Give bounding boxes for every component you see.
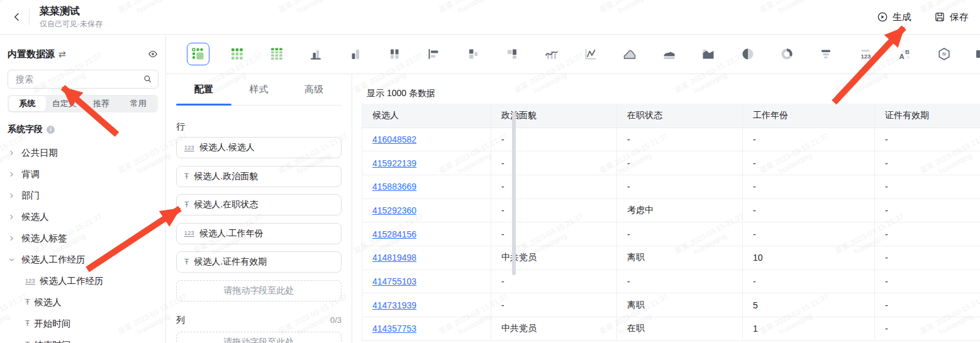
table-cell: - — [491, 293, 617, 317]
tree-item-4[interactable]: 候选人标签 — [8, 227, 158, 249]
charttype-step-line-chart[interactable] — [579, 43, 602, 65]
charttype-pivot-table[interactable] — [187, 43, 209, 65]
generate-button[interactable]: 生成 — [877, 11, 911, 23]
tree-child-5-3[interactable]: Ŧ结束时间 — [8, 334, 158, 343]
table-cell: 414819498 — [362, 246, 491, 270]
grouped-column-chart-icon — [348, 47, 362, 61]
col-dropzone[interactable]: 请拖动字段至此处 — [176, 332, 342, 343]
charttype-funnel-chart[interactable] — [815, 43, 837, 65]
tree-child-5-0[interactable]: 123候选人工作经历 — [8, 270, 158, 291]
tree-item-label: 候选人 — [21, 211, 49, 223]
charttype-metric-card[interactable]: 123 — [854, 43, 877, 65]
table-cell: 10 — [743, 246, 875, 270]
charttype-donut-chart[interactable] — [776, 43, 798, 65]
save-button[interactable]: 保存 — [934, 11, 969, 23]
eye-icon[interactable] — [148, 49, 158, 59]
charttype-line-chart[interactable] — [540, 43, 563, 65]
candidate-id-link[interactable]: 415292360 — [372, 205, 416, 215]
col-count: 0/3 — [330, 315, 342, 325]
config-tab-2[interactable]: 高级 — [286, 74, 342, 105]
tree-item-label: 候选人标签 — [21, 232, 67, 244]
tree-item-1[interactable]: 背调 — [8, 163, 158, 185]
tree-item-0[interactable]: 公共日期 — [8, 142, 158, 163]
datasource-tab-3[interactable]: 常用 — [120, 96, 157, 111]
chip-候选人.候选人[interactable]: 123候选人.候选人 — [176, 137, 342, 158]
back-button[interactable] — [8, 8, 26, 26]
tree-item-5[interactable]: 候选人工作经历 — [8, 249, 158, 270]
charttype-word-cloud[interactable]: CABD — [893, 43, 916, 65]
more-chart-partial-icon — [976, 47, 980, 61]
column-header-政治面貌: 政治面貌 — [491, 104, 617, 128]
tree-child-label: 开始时间 — [34, 318, 70, 330]
config-tab-label: 高级 — [304, 84, 323, 95]
table-cell: 在职 — [617, 317, 743, 341]
charttype-more-chart-partial[interactable] — [972, 43, 980, 65]
candidate-id-link[interactable]: 414731939 — [372, 300, 416, 310]
config-tab-0[interactable]: 配置 — [176, 74, 231, 105]
charttype-detail-table[interactable] — [265, 43, 288, 65]
charttype-column-chart[interactable] — [304, 43, 327, 65]
candidate-id-link[interactable]: 414755103 — [372, 276, 416, 286]
table-cell: - — [491, 270, 617, 293]
table-cell: 中共党员 — [491, 246, 617, 270]
config-tab-1[interactable]: 样式 — [231, 74, 287, 105]
candidate-id-link[interactable]: 414819498 — [372, 253, 416, 263]
candidate-id-link[interactable]: 415883669 — [372, 182, 416, 192]
candidate-id-link[interactable]: 415284156 — [372, 229, 416, 239]
chip-label: 候选人.候选人 — [199, 142, 255, 153]
chip-候选人.政治面貌[interactable]: Ŧ候选人.政治面貌 — [176, 166, 342, 187]
row-dropzone[interactable]: 请拖动字段至此处 — [176, 280, 342, 302]
charttype-summary-table[interactable] — [226, 43, 248, 65]
table-cell: 离职 — [617, 293, 743, 317]
tree-item-2[interactable]: 部门 — [8, 185, 158, 206]
datasource-tab-0[interactable]: 系统 — [9, 96, 46, 111]
chip-label: 候选人.在职状态 — [194, 199, 258, 210]
datasource-sidebar: 内置数据源 ⇄ 系统自定义推荐常用 系统字段 i 公共日期背调部门候选人候选人标… — [0, 35, 166, 343]
candidate-id-link[interactable]: 416048582 — [372, 134, 416, 144]
table-cell: - — [491, 151, 617, 175]
charttype-grouped-column-chart[interactable] — [344, 43, 367, 65]
swap-datasource-icon[interactable]: ⇄ — [58, 49, 66, 59]
config-tab-label: 配置 — [194, 84, 213, 95]
charttype-stacked-area-chart[interactable] — [658, 43, 681, 65]
table-row: 414819498中共党员离职10- — [362, 246, 980, 270]
search-input[interactable] — [8, 70, 159, 89]
pie-chart-icon — [741, 47, 755, 61]
candidate-id-link[interactable]: 414357753 — [372, 324, 416, 334]
tree-item-3[interactable]: 候选人 — [8, 206, 158, 227]
table-header-row: 候选人政治面貌在职状态工作年份证件有效期 — [362, 104, 980, 128]
charttype-pie-chart[interactable] — [737, 43, 759, 65]
datasource-tab-1[interactable]: 自定义 — [46, 96, 83, 111]
table-cell: - — [875, 246, 980, 270]
charttype-map-chart[interactable] — [933, 43, 955, 65]
datasource-title: 内置数据源 — [8, 48, 55, 60]
table-cell: - — [875, 175, 980, 199]
charttype-stacked-column-chart[interactable] — [383, 43, 406, 65]
row-count-summary: 显示 1000 条数据 — [367, 88, 435, 99]
chip-候选人.工作年份[interactable]: 123候选人.工作年份 — [176, 223, 342, 244]
column-chart-icon — [309, 47, 323, 61]
table-cell: - — [743, 270, 875, 293]
charttype-stacked-bar-chart[interactable] — [462, 43, 484, 65]
tree-child-label: 候选人 — [34, 297, 62, 308]
tree-child-5-1[interactable]: Ŧ候选人 — [8, 291, 158, 313]
candidate-id-link[interactable]: 415922139 — [372, 158, 416, 168]
charttype-area-chart[interactable] — [618, 43, 641, 65]
datasource-tab-2[interactable]: 推荐 — [83, 96, 120, 111]
chevron-right-icon — [8, 214, 15, 220]
chip-候选人.在职状态[interactable]: Ŧ候选人.在职状态 — [176, 194, 342, 215]
charttype-gradient-area-chart[interactable] — [697, 43, 720, 65]
word-cloud-icon: CABD — [898, 47, 911, 61]
row-chips: 123候选人.候选人Ŧ候选人.政治面貌Ŧ候选人.在职状态123候选人.工作年份Ŧ… — [176, 137, 342, 273]
column-header-工作年份: 工作年份 — [743, 104, 875, 128]
chip-候选人.证件有效期[interactable]: Ŧ候选人.证件有效期 — [176, 251, 342, 273]
row-section-label: 行 — [176, 121, 342, 133]
table-cell: - — [875, 293, 980, 317]
datasource-tabs: 系统自定义推荐常用 — [8, 95, 158, 112]
charttype-range-bar-chart[interactable] — [501, 43, 523, 65]
tree-child-5-2[interactable]: Ŧ开始时间 — [8, 313, 158, 334]
config-scrollbar[interactable] — [512, 112, 516, 275]
tree-child-label: 候选人工作经历 — [40, 275, 104, 287]
table-cell: 415292360 — [362, 199, 491, 222]
charttype-bar-chart[interactable] — [422, 43, 445, 65]
